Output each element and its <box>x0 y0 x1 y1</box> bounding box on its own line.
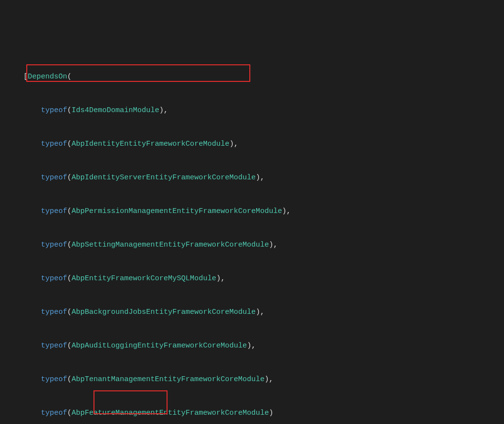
code-line: [DependsOn( <box>6 71 499 82</box>
code-line: typeof(AbpFeatureManagementEntityFramewo… <box>6 407 499 419</box>
code-line: typeof(AbpAuditLoggingEntityFrameworkCor… <box>6 340 499 351</box>
code-line: typeof(AbpIdentityEntityFrameworkCoreMod… <box>6 138 499 150</box>
code-line: typeof(AbpSettingManagementEntityFramewo… <box>6 239 499 251</box>
code-line: typeof(AbpIdentityServerEntityFrameworkC… <box>6 172 499 183</box>
code-editor[interactable]: [DependsOn( typeof(Ids4DemoDomainModule)… <box>0 0 504 424</box>
code-line: typeof(AbpEntityFrameworkCoreMySQLModule… <box>6 273 499 284</box>
code-line: typeof(AbpPermissionManagementEntityFram… <box>6 206 499 217</box>
code-line: typeof(AbpBackgroundJobsEntityFrameworkC… <box>6 307 499 318</box>
code-line: typeof(Ids4DemoDomainModule), <box>6 105 499 116</box>
code-line: typeof(AbpTenantManagementEntityFramewor… <box>6 374 499 385</box>
